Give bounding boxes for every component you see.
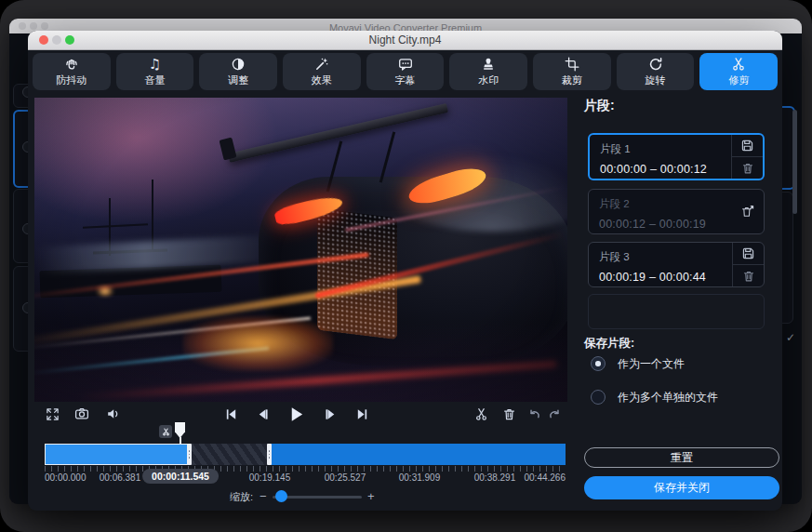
tool-rotate[interactable]: 旋转 <box>617 53 695 90</box>
cut-scissors-button[interactable] <box>473 406 489 422</box>
save-option-multiple[interactable]: 作为多个单独的文件 <box>591 390 718 405</box>
current-time-badge: 00:00:11.545 <box>142 469 219 484</box>
clips-heading: 片段: <box>584 98 615 114</box>
volume-speaker-button[interactable] <box>105 406 122 422</box>
zoom-in-button[interactable]: + <box>367 489 375 503</box>
clip-range: 00:00:00 – 00:00:12 <box>600 163 731 176</box>
trim-handle-right[interactable] <box>267 444 272 465</box>
save-clip-icon[interactable] <box>732 135 763 156</box>
radio-label: 作为一个文件 <box>618 356 685 372</box>
save-and-close-button[interactable]: 保存并关闭 <box>584 476 779 499</box>
next-frame-button[interactable] <box>322 406 339 422</box>
clip-range: 00:00:12 – 00:00:19 <box>599 218 733 231</box>
dialog-titlebar[interactable]: Night City.mp4 <box>28 31 782 50</box>
delete-trash-button[interactable] <box>500 406 517 422</box>
tool-label: 效果 <box>312 73 332 87</box>
clip-name: 片段 3 <box>599 250 732 264</box>
tool-label: 旋转 <box>646 73 666 87</box>
tick-label: 00:06.381 <box>100 472 141 483</box>
delete-clip-icon[interactable] <box>732 156 763 179</box>
tool-label: 防抖动 <box>56 73 87 87</box>
clip-card-body: 片段 2 00:00:12 – 00:00:19 <box>589 190 733 233</box>
adjust-contrast-icon <box>231 57 246 73</box>
tool-watermark[interactable]: 水印 <box>449 53 527 90</box>
save-clips-heading: 保存片段: <box>584 336 634 352</box>
tool-label: 音量 <box>145 73 166 87</box>
clip-card-empty <box>588 294 765 329</box>
dialog-title: Night City.mp4 <box>28 31 782 49</box>
segment-2-cut[interactable] <box>191 444 270 465</box>
tick-label: 00:44.266 <box>525 472 566 483</box>
playback-controls <box>34 402 567 428</box>
clip-card-body: 片段 3 00:00:19 – 00:00:44 <box>589 243 732 286</box>
clip-card-1[interactable]: 片段 1 00:00:00 – 00:00:12 <box>588 133 765 180</box>
tick-label: 00:38.291 <box>474 472 516 483</box>
timeline-ruler <box>45 466 566 472</box>
tool-stabilization[interactable]: 防抖动 <box>33 53 111 90</box>
screen: Movavi Video Converter Premium ✓ Night C… <box>0 0 812 532</box>
radio-selected-icon[interactable] <box>591 356 606 371</box>
tool-volume[interactable]: ♫ 音量 <box>116 53 194 90</box>
rotate-icon <box>648 57 663 73</box>
tick-label: 00:31.909 <box>399 472 441 483</box>
subtitles-bubble-icon <box>398 57 413 73</box>
delete-clip-icon[interactable] <box>733 264 764 286</box>
segment-1-selected[interactable] <box>45 444 191 465</box>
tool-label: 调整 <box>228 73 248 87</box>
watermark-stamp-icon <box>481 57 496 73</box>
clip-card-actions <box>731 135 763 179</box>
volume-note-icon: ♫ <box>149 57 161 73</box>
stabilization-hand-icon <box>64 57 79 73</box>
trim-handle-left[interactable] <box>187 444 192 465</box>
skip-to-end-button[interactable] <box>353 406 370 422</box>
reset-button[interactable]: 重置 <box>584 447 779 468</box>
clip-range: 00:00:19 – 00:00:44 <box>599 271 732 284</box>
timeline-track[interactable] <box>45 444 566 465</box>
clip-name: 片段 2 <box>599 197 733 211</box>
zoom-row: 缩放: − + <box>28 487 574 508</box>
segment-3[interactable] <box>270 444 566 465</box>
video-preview[interactable] <box>34 98 567 402</box>
tool-label: 字幕 <box>395 73 416 87</box>
fullscreen-button[interactable] <box>44 406 60 422</box>
tool-label: 修剪 <box>728 73 749 87</box>
tool-subtitles[interactable]: 字幕 <box>366 53 445 90</box>
tool-crop[interactable]: 裁剪 <box>533 53 611 90</box>
skip-to-start-button[interactable] <box>222 406 239 422</box>
tool-adjust[interactable]: 调整 <box>199 53 277 90</box>
tick-label: 00:00.000 <box>45 472 87 483</box>
clip-card-2-deleted[interactable]: 片段 2 00:00:12 – 00:00:19 <box>588 189 765 234</box>
clip-card-actions <box>732 243 764 286</box>
tool-label: 水印 <box>478 73 499 87</box>
bg-scrollbar-thumb <box>792 110 797 214</box>
tick-label: 00:25.527 <box>325 472 366 483</box>
zoom-slider-thumb[interactable] <box>275 490 287 502</box>
playhead-marker[interactable] <box>175 422 185 438</box>
previous-frame-button[interactable] <box>254 406 271 422</box>
tool-trim[interactable]: 修剪 <box>699 53 778 90</box>
radio-label: 作为多个单独的文件 <box>618 390 718 406</box>
clip-card-actions <box>733 190 764 233</box>
snapshot-camera-button[interactable] <box>73 406 90 422</box>
clip-name: 片段 1 <box>600 142 731 156</box>
tool-effects[interactable]: 效果 <box>283 53 361 90</box>
restore-clip-icon[interactable] <box>733 190 764 233</box>
zoom-label: 缩放: <box>230 490 253 504</box>
trim-dialog-window: Night City.mp4 防抖动 ♫ 音量 <box>28 31 782 511</box>
undo-button[interactable] <box>526 406 542 422</box>
play-button[interactable] <box>286 404 306 424</box>
clip-card-3[interactable]: 片段 3 00:00:19 – 00:00:44 <box>588 242 765 287</box>
zoom-out-button[interactable]: − <box>260 489 267 503</box>
cut-marker-badge <box>159 425 172 438</box>
save-option-single[interactable]: 作为一个文件 <box>591 356 685 371</box>
radio-unselected-icon[interactable] <box>591 390 606 405</box>
desktop-backdrop: Movavi Video Converter Premium ✓ Night C… <box>0 0 812 532</box>
tick-label: 00:19.145 <box>249 472 291 483</box>
effects-wand-icon <box>314 57 329 73</box>
redo-button[interactable] <box>546 406 563 422</box>
vignette <box>34 98 567 402</box>
clip-card-body: 片段 1 00:00:00 – 00:00:12 <box>590 135 731 179</box>
save-clip-icon[interactable] <box>733 243 764 264</box>
bg-check-icon: ✓ <box>786 331 795 344</box>
crop-icon <box>565 57 579 73</box>
